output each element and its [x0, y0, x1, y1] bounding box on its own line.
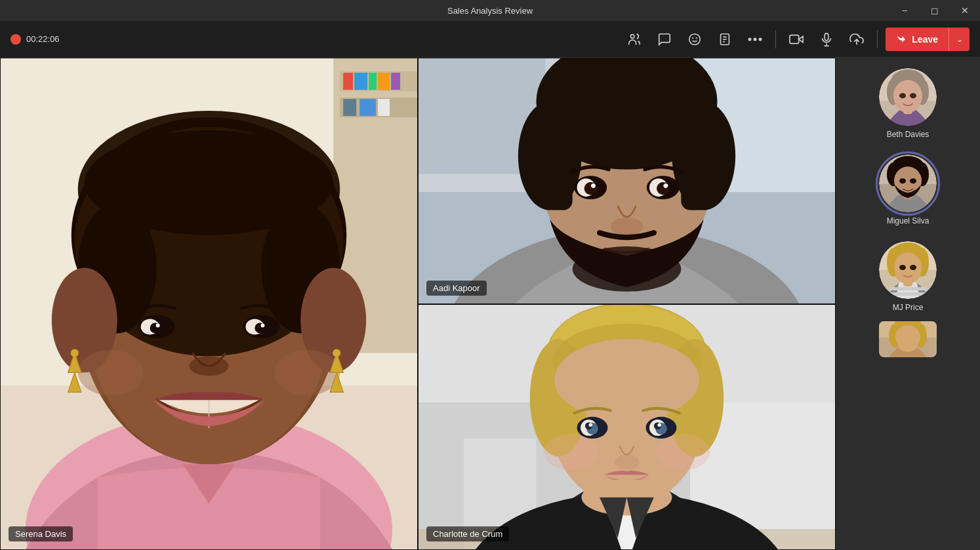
svg-point-73 [584, 182, 597, 195]
svg-point-49 [260, 323, 264, 327]
share-button[interactable] [844, 27, 869, 52]
svg-point-143 [910, 265, 916, 270]
svg-rect-27 [343, 99, 356, 116]
svg-rect-26 [391, 73, 400, 90]
svg-point-117 [893, 80, 922, 111]
svg-point-48 [156, 323, 160, 327]
svg-rect-135 [887, 292, 929, 296]
svg-point-130 [910, 178, 916, 184]
svg-point-103 [614, 454, 640, 469]
video-serena: Serena Davis [0, 58, 418, 550]
svg-point-142 [899, 265, 906, 270]
svg-rect-23 [354, 73, 367, 90]
camera-button[interactable] [784, 27, 809, 52]
mj-name: MJ Price [893, 303, 924, 312]
svg-point-0 [631, 34, 635, 38]
notes-button[interactable] [712, 27, 737, 52]
svg-point-105 [656, 434, 710, 470]
leave-button[interactable]: Leave ⌄ [886, 28, 970, 51]
beth-name: Beth Davies [887, 130, 929, 139]
video-grid: Serena Davis [0, 58, 836, 550]
leave-label: Leave [912, 34, 938, 45]
participant-miguel[interactable]: Miguel Silva [879, 155, 937, 226]
svg-point-78 [573, 246, 682, 292]
beth-avatar-wrapper [879, 68, 937, 126]
window-controls: − ◻ ✕ [889, 0, 980, 21]
p4-avatar-wrapper [879, 321, 937, 357]
toolbar-actions: Leave ⌄ [622, 27, 970, 52]
svg-point-119 [910, 93, 916, 98]
video-charlotte: Charlotte de Crum [418, 304, 836, 551]
svg-point-141 [894, 252, 922, 283]
svg-rect-24 [369, 73, 377, 90]
recording-indicator: 00:22:06 [10, 34, 60, 45]
toolbar-separator [775, 30, 776, 49]
svg-point-92 [554, 339, 699, 420]
miguel-avatar-wrapper [879, 155, 937, 212]
svg-rect-13 [825, 33, 829, 40]
sidebar-participants: Beth Davies [836, 58, 980, 550]
charlotte-label: Charlotte de Crum [426, 526, 509, 541]
toolbar-separator-2 [877, 30, 878, 49]
recording-dot [10, 34, 21, 45]
svg-point-74 [657, 182, 669, 195]
svg-point-150 [895, 325, 920, 349]
svg-point-55 [333, 349, 340, 357]
svg-rect-29 [378, 99, 390, 116]
svg-point-76 [663, 184, 668, 188]
aadi-label: Aadi Kapoor [426, 281, 487, 296]
maximize-button[interactable]: ◻ [920, 0, 950, 21]
svg-point-10 [759, 37, 762, 41]
close-button[interactable]: ✕ [950, 0, 980, 21]
svg-point-102 [657, 423, 661, 427]
svg-rect-134 [889, 287, 927, 290]
svg-point-129 [899, 178, 906, 184]
svg-rect-28 [359, 99, 376, 116]
window-title: Sales Analysis Review [447, 6, 533, 16]
svg-point-118 [899, 93, 906, 98]
mj-avatar-wrapper [879, 241, 937, 299]
svg-point-77 [611, 218, 643, 236]
svg-rect-22 [343, 73, 353, 90]
participant-beth[interactable]: Beth Davies [879, 68, 937, 139]
leave-btn-main: Leave [886, 28, 949, 51]
svg-rect-67 [545, 156, 572, 210]
people-button[interactable] [622, 27, 647, 52]
svg-point-52 [78, 349, 144, 395]
svg-point-8 [748, 37, 752, 41]
participant-mj[interactable]: MJ Price [879, 241, 937, 312]
svg-rect-12 [790, 35, 799, 43]
svg-point-9 [754, 37, 757, 41]
participant-4[interactable] [879, 321, 937, 357]
svg-point-54 [71, 349, 79, 357]
svg-point-1 [689, 33, 701, 45]
reactions-button[interactable] [682, 27, 707, 52]
svg-marker-11 [799, 36, 803, 42]
minimize-button[interactable]: − [889, 0, 920, 21]
video-aadi: Aadi Kapoor [418, 58, 836, 304]
serena-label: Serena Davis [9, 526, 73, 541]
svg-point-39 [85, 130, 333, 235]
miguel-name: Miguel Silva [887, 216, 929, 226]
chat-button[interactable] [652, 27, 677, 52]
svg-rect-25 [378, 73, 390, 90]
main-content: Serena Davis [0, 58, 980, 550]
mic-button[interactable] [814, 27, 839, 52]
more-button[interactable] [743, 27, 767, 52]
svg-rect-68 [681, 156, 708, 210]
title-bar: Sales Analysis Review − ◻ ✕ [0, 0, 980, 21]
svg-point-104 [544, 434, 598, 470]
leave-chevron[interactable]: ⌄ [949, 28, 970, 51]
recording-time: 00:22:06 [26, 34, 60, 44]
toolbar: 00:22:06 [0, 21, 980, 58]
svg-point-75 [591, 184, 596, 188]
svg-point-101 [589, 423, 593, 427]
